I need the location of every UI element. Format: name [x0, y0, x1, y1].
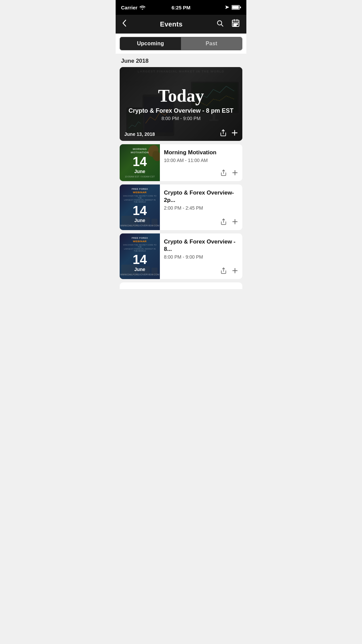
thumb-top-label: FREE FOREXWEBINAR [132, 188, 148, 194]
thumb-discover-text: DISCOVER THE SECRET CODE TO THELARGEST F… [122, 195, 158, 203]
month-header: June 2018 [116, 54, 246, 67]
plus-icon [232, 169, 238, 176]
event-add-button[interactable] [232, 267, 238, 276]
status-bar-time: 6:25 PM [172, 5, 191, 10]
plus-icon [232, 267, 238, 274]
featured-today-label: Today [158, 87, 204, 105]
tab-past[interactable]: Past [181, 37, 242, 50]
featured-event-time: 8:00 PM - 9:00 PM [162, 116, 201, 121]
svg-rect-12 [234, 25, 235, 26]
svg-rect-2 [240, 7, 241, 8]
share-icon [220, 169, 227, 176]
search-button[interactable] [215, 18, 225, 30]
event-card[interactable]: MORNINGMOTIVATION 14 June 10:00AM EST / … [120, 144, 242, 181]
featured-date: June 13, 2018 [124, 131, 155, 137]
plus-icon [231, 129, 238, 137]
event-share-button[interactable] [220, 267, 227, 276]
location-icon [225, 5, 230, 10]
event-time: 8:00 PM - 9:00 PM [164, 254, 238, 260]
svg-rect-1 [232, 6, 239, 9]
event-day: 14 [133, 253, 147, 266]
share-icon [220, 218, 227, 225]
svg-rect-13 [235, 25, 236, 26]
featured-add-button[interactable] [231, 129, 238, 138]
svg-rect-10 [235, 23, 236, 24]
search-icon [216, 19, 224, 27]
calendar-button[interactable] [230, 18, 241, 31]
thumb-top-label: MORNINGMOTIVATION [131, 148, 149, 154]
nav-bar: Events [116, 15, 246, 34]
thumb-content: FREE FOREXWEBINAR DISCOVER THE SECRET CO… [120, 233, 160, 279]
event-card[interactable]: FREE FOREXWEBINAR DISCOVER THE SECRET CO… [120, 233, 242, 279]
event-add-button[interactable] [232, 218, 238, 227]
svg-rect-9 [234, 23, 235, 24]
event-month: June [134, 218, 145, 223]
carrier-label: Carrier [121, 5, 137, 10]
event-sub-label: WWW.DAILFOREXOVERVIEW.COM [120, 224, 160, 227]
event-title: Crypto & Forex Overview- 2p... [164, 189, 238, 204]
featured-event-title: Crypto & Forex Overview - 8 pm EST [128, 107, 233, 114]
featured-share-button[interactable] [220, 129, 227, 138]
wifi-icon [139, 5, 145, 10]
tab-switcher: Upcoming Past [120, 37, 242, 50]
status-bar-left: Carrier [121, 5, 145, 10]
partial-event-card [120, 282, 242, 289]
event-sub-label: WWW.DAILFOREXOVERVIEW.COM [120, 273, 160, 276]
back-button[interactable] [121, 18, 128, 30]
event-sub-label: 10:00AM EST / 9:00AM CST [125, 175, 155, 178]
event-actions [164, 169, 238, 178]
event-share-button[interactable] [220, 218, 227, 227]
svg-line-4 [221, 24, 223, 26]
event-month: June [134, 267, 145, 272]
share-icon [220, 129, 227, 137]
event-thumbnail: MORNINGMOTIVATION 14 June 10:00AM EST / … [120, 144, 160, 181]
featured-actions [220, 129, 238, 138]
event-card[interactable]: FREE FOREXWEBINAR DISCOVER THE SECRET CO… [120, 184, 242, 230]
event-day: 14 [133, 204, 147, 217]
event-title: Crypto & Forex Overview - 8... [164, 238, 238, 253]
nav-action-icons [215, 18, 241, 31]
thumb-top-label: FREE FOREXWEBINAR [132, 237, 148, 243]
thumb-content: FREE FOREXWEBINAR DISCOVER THE SECRET CO… [120, 184, 160, 230]
event-details: Crypto & Forex Overview- 2p... 2:00 PM -… [160, 184, 242, 230]
event-add-button[interactable] [232, 169, 238, 178]
event-time: 10:00 AM - 11:00 AM [164, 158, 238, 163]
share-icon [220, 267, 227, 274]
event-share-button[interactable] [220, 169, 227, 178]
calendar-icon [232, 19, 240, 27]
event-actions [164, 218, 238, 227]
battery-icon [232, 5, 241, 10]
event-details: Crypto & Forex Overview - 8... 8:00 PM -… [160, 233, 242, 279]
event-actions [164, 267, 238, 276]
event-title: Morning Motivation [164, 149, 238, 156]
segment-control: Upcoming Past [116, 34, 246, 54]
thumb-content: MORNINGMOTIVATION 14 June 10:00AM EST / … [120, 144, 160, 181]
event-day: 14 [133, 155, 147, 168]
svg-rect-11 [237, 23, 238, 24]
event-thumbnail: FREE FOREXWEBINAR DISCOVER THE SECRET CO… [120, 184, 160, 230]
featured-event-card[interactable]: LARGEST FINANCIAL MARKET IN THE WORLD To… [120, 67, 242, 141]
event-thumbnail: FREE FOREXWEBINAR DISCOVER THE SECRET CO… [120, 233, 160, 279]
status-bar: Carrier 6:25 PM [116, 0, 246, 15]
thumb-discover-text: DISCOVER THE SECRET CODE TO THELARGEST F… [122, 244, 158, 252]
event-month: June [134, 169, 145, 174]
status-bar-right [225, 5, 241, 10]
page-title: Events [160, 20, 182, 28]
tab-upcoming[interactable]: Upcoming [120, 37, 181, 50]
event-details: Morning Motivation 10:00 AM - 11:00 AM [160, 144, 242, 181]
event-time: 2:00 PM - 2:45 PM [164, 205, 238, 211]
plus-icon [232, 218, 238, 225]
